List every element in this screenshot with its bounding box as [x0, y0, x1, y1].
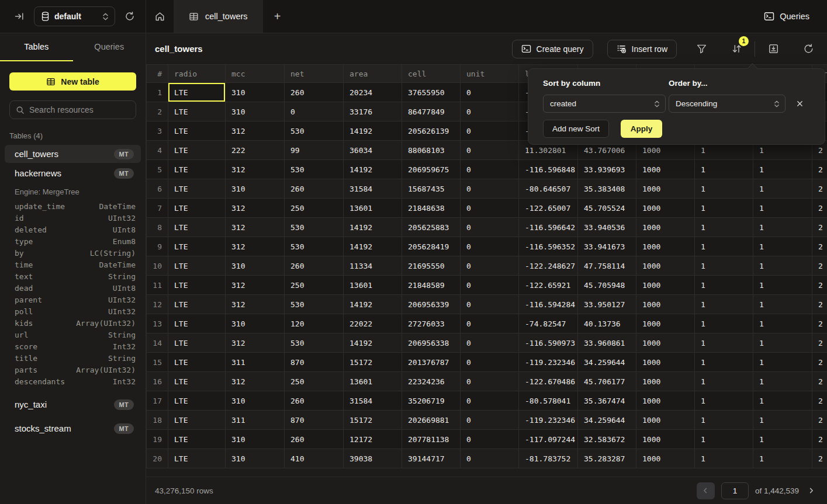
table-cell[interactable]: 1 [753, 430, 812, 449]
table-cell[interactable]: 250 [285, 276, 344, 295]
column-header-index[interactable]: # [147, 65, 168, 83]
table-cell[interactable]: 205628419 [402, 237, 461, 256]
table-cell[interactable]: 99 [285, 141, 344, 160]
table-cell[interactable]: -122.65921 [519, 276, 578, 295]
table-cell[interactable]: 0 [461, 237, 519, 256]
table-cell[interactable]: 1000 [636, 295, 695, 314]
table-cell[interactable]: 312 [226, 333, 285, 353]
row-number[interactable]: 9 [147, 237, 168, 256]
export-button[interactable] [763, 40, 784, 58]
table-cell[interactable]: 1000 [636, 353, 695, 372]
table-cell[interactable]: 33.939693 [578, 160, 636, 179]
table-cell[interactable]: 2 [812, 449, 827, 468]
table-cell[interactable]: 0 [461, 295, 519, 314]
column-header-net[interactable]: net [285, 65, 344, 83]
row-number[interactable]: 11 [147, 276, 168, 295]
table-cell[interactable]: 530 [285, 160, 344, 179]
table-cell[interactable]: -80.578041 [519, 391, 578, 411]
table-cell[interactable]: -81.783752 [519, 449, 578, 468]
table-cell[interactable]: 260 [285, 391, 344, 411]
table-cell[interactable]: 0 [461, 141, 519, 160]
table-cell[interactable]: 260 [285, 179, 344, 199]
row-number[interactable]: 2 [147, 102, 168, 121]
table-cell[interactable]: 311 [226, 411, 285, 430]
sidebar-item-nyc-taxi[interactable]: nyc_taxi MT [5, 395, 141, 413]
table-cell[interactable]: 22324236 [402, 372, 461, 391]
table-cell[interactable]: 11334 [344, 256, 402, 276]
table-cell[interactable]: 1 [695, 276, 753, 295]
collapse-sidebar-button[interactable] [12, 9, 27, 24]
home-button[interactable] [146, 0, 174, 33]
table-cell[interactable]: 870 [285, 353, 344, 372]
table-cell[interactable]: 1 [753, 333, 812, 353]
table-cell[interactable]: 47.758114 [578, 256, 636, 276]
table-cell[interactable]: 2 [812, 333, 827, 353]
table-cell[interactable]: 2 [812, 295, 827, 314]
queries-panel-button[interactable]: Queries [764, 0, 827, 33]
row-number[interactable]: 5 [147, 160, 168, 179]
table-cell[interactable]: 1 [753, 276, 812, 295]
table-cell[interactable]: 33.941673 [578, 237, 636, 256]
create-query-button[interactable]: Create query [512, 40, 593, 58]
table-cell[interactable]: 1 [695, 295, 753, 314]
table-cell[interactable]: LTE [168, 449, 226, 468]
table-cell[interactable]: 1 [753, 353, 812, 372]
table-cell[interactable]: 312 [226, 372, 285, 391]
table-cell[interactable]: 1000 [636, 314, 695, 333]
table-cell[interactable]: 2 [812, 256, 827, 276]
table-cell[interactable]: 1000 [636, 256, 695, 276]
table-cell[interactable]: -116.594284 [519, 295, 578, 314]
table-cell[interactable]: 2 [812, 237, 827, 256]
table-cell[interactable]: 32.583672 [578, 430, 636, 449]
table-cell[interactable]: LTE [168, 372, 226, 391]
table-cell[interactable]: 0 [461, 449, 519, 468]
table-cell[interactable]: 312 [226, 199, 285, 218]
table-cell[interactable]: 1000 [636, 179, 695, 199]
row-number[interactable]: 1 [147, 83, 168, 102]
table-cell[interactable]: 1000 [636, 218, 695, 237]
table-cell[interactable]: 260 [285, 430, 344, 449]
table-cell[interactable]: 37655950 [402, 83, 461, 102]
table-cell[interactable]: 206956338 [402, 333, 461, 353]
table-cell[interactable]: 205625883 [402, 218, 461, 237]
sort-column-select[interactable]: created [543, 95, 666, 113]
table-cell[interactable]: 1 [695, 237, 753, 256]
table-cell[interactable]: 2 [812, 353, 827, 372]
table-cell[interactable]: 1 [695, 333, 753, 353]
table-cell[interactable]: 0 [461, 411, 519, 430]
table-cell[interactable]: 1 [753, 391, 812, 411]
table-cell[interactable]: 310 [226, 102, 285, 121]
table-cell[interactable]: 45.705948 [578, 276, 636, 295]
table-cell[interactable]: -116.596352 [519, 237, 578, 256]
table-cell[interactable]: 310 [226, 430, 285, 449]
table-cell[interactable]: 260 [285, 83, 344, 102]
row-number[interactable]: 10 [147, 256, 168, 276]
table-cell[interactable]: 12172 [344, 430, 402, 449]
table-cell[interactable]: 1 [753, 372, 812, 391]
table-cell[interactable]: 31584 [344, 391, 402, 411]
search-input[interactable] [29, 105, 130, 114]
table-cell[interactable]: 312 [226, 276, 285, 295]
table-cell[interactable]: 0 [461, 276, 519, 295]
table-cell[interactable]: 35.283287 [578, 449, 636, 468]
table-cell[interactable]: 20234 [344, 83, 402, 102]
table-cell[interactable]: 1 [753, 237, 812, 256]
table-cell[interactable]: 1 [695, 430, 753, 449]
table-cell[interactable]: 1000 [636, 391, 695, 411]
table-cell[interactable]: 2 [812, 199, 827, 218]
row-number[interactable]: 8 [147, 218, 168, 237]
table-cell[interactable]: 40.13736 [578, 314, 636, 333]
table-cell[interactable]: 36034 [344, 141, 402, 160]
table-cell[interactable]: -74.82547 [519, 314, 578, 333]
table-cell[interactable]: 88068103 [402, 141, 461, 160]
table-cell[interactable]: 310 [226, 83, 285, 102]
table-cell[interactable]: 14192 [344, 160, 402, 179]
table-cell[interactable]: 1 [753, 256, 812, 276]
table-cell[interactable]: LTE [168, 160, 226, 179]
table-cell[interactable]: LTE [168, 218, 226, 237]
table-cell[interactable]: 33176 [344, 102, 402, 121]
table-cell[interactable]: 22022 [344, 314, 402, 333]
table-cell[interactable]: 1 [753, 411, 812, 430]
table-cell[interactable]: 310 [226, 256, 285, 276]
table-cell[interactable]: 410 [285, 449, 344, 468]
